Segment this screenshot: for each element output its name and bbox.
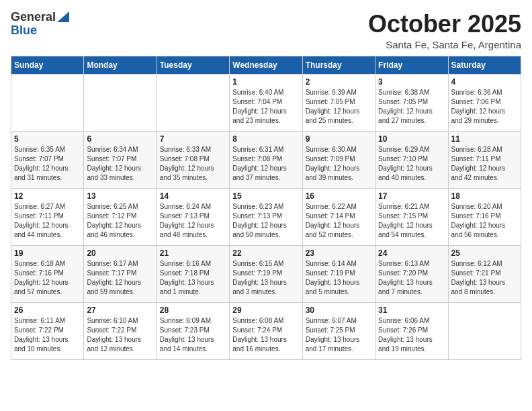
day-info: Sunrise: 6:09 AM Sunset: 7:23 PM Dayligh… (160, 316, 226, 354)
day-number: 9 (306, 134, 372, 144)
day-number: 17 (378, 191, 445, 201)
calendar-cell: 2Sunrise: 6:39 AM Sunset: 7:05 PM Daylig… (302, 74, 375, 131)
calendar-cell: 13Sunrise: 6:25 AM Sunset: 7:12 PM Dayli… (84, 188, 157, 245)
day-info: Sunrise: 6:24 AM Sunset: 7:13 PM Dayligh… (160, 202, 226, 240)
day-number: 10 (378, 134, 445, 144)
day-info: Sunrise: 6:07 AM Sunset: 7:25 PM Dayligh… (306, 316, 372, 354)
calendar-cell: 4Sunrise: 6:36 AM Sunset: 7:06 PM Daylig… (448, 74, 521, 131)
day-number: 13 (87, 191, 153, 201)
day-number: 25 (451, 248, 518, 258)
day-info: Sunrise: 6:13 AM Sunset: 7:20 PM Dayligh… (378, 259, 445, 297)
logo-blue-text: Blue (11, 24, 37, 38)
day-info: Sunrise: 6:31 AM Sunset: 7:08 PM Dayligh… (232, 145, 299, 183)
day-info: Sunrise: 6:14 AM Sunset: 7:19 PM Dayligh… (306, 259, 372, 297)
day-number: 14 (160, 191, 226, 201)
day-info: Sunrise: 6:08 AM Sunset: 7:24 PM Dayligh… (232, 316, 299, 354)
day-number: 30 (306, 306, 372, 315)
day-number: 12 (14, 191, 81, 201)
day-info: Sunrise: 6:21 AM Sunset: 7:15 PM Dayligh… (378, 202, 445, 240)
calendar-cell: 5Sunrise: 6:35 AM Sunset: 7:07 PM Daylig… (11, 131, 84, 188)
calendar-cell: 9Sunrise: 6:30 AM Sunset: 7:09 PM Daylig… (302, 131, 375, 188)
day-number: 19 (14, 248, 81, 258)
day-number: 29 (232, 306, 299, 315)
calendar-week-row: 26Sunrise: 6:11 AM Sunset: 7:22 PM Dayli… (11, 302, 521, 359)
day-info: Sunrise: 6:25 AM Sunset: 7:12 PM Dayligh… (87, 202, 153, 240)
day-of-week-header: Wednesday (230, 56, 302, 74)
calendar-cell: 10Sunrise: 6:29 AM Sunset: 7:10 PM Dayli… (375, 131, 448, 188)
day-of-week-header: Sunday (11, 56, 84, 74)
calendar-cell: 6Sunrise: 6:34 AM Sunset: 7:07 PM Daylig… (84, 131, 157, 188)
day-of-week-header: Monday (84, 56, 157, 74)
day-number: 3 (378, 77, 445, 87)
calendar-cell: 21Sunrise: 6:16 AM Sunset: 7:18 PM Dayli… (157, 245, 229, 302)
calendar-cell: 31Sunrise: 6:06 AM Sunset: 7:26 PM Dayli… (375, 302, 448, 359)
day-info: Sunrise: 6:11 AM Sunset: 7:22 PM Dayligh… (14, 316, 81, 354)
day-number: 6 (87, 134, 153, 144)
day-number: 26 (14, 306, 81, 315)
day-info: Sunrise: 6:34 AM Sunset: 7:07 PM Dayligh… (87, 145, 153, 183)
calendar-cell: 29Sunrise: 6:08 AM Sunset: 7:24 PM Dayli… (230, 302, 302, 359)
day-number: 27 (87, 306, 153, 315)
calendar-cell: 3Sunrise: 6:38 AM Sunset: 7:05 PM Daylig… (375, 74, 448, 131)
day-number: 2 (306, 77, 372, 87)
location-title: Santa Fe, Santa Fe, Argentina (368, 39, 521, 50)
day-number: 1 (232, 77, 299, 87)
header-row: SundayMondayTuesdayWednesdayThursdayFrid… (11, 56, 521, 74)
day-number: 20 (87, 248, 153, 258)
header: General Blue October 2025 Santa Fe, Sant… (11, 11, 521, 50)
day-info: Sunrise: 6:20 AM Sunset: 7:16 PM Dayligh… (451, 202, 518, 240)
day-of-week-header: Friday (375, 56, 448, 74)
title-area: October 2025 Santa Fe, Santa Fe, Argenti… (368, 11, 521, 50)
day-info: Sunrise: 6:28 AM Sunset: 7:11 PM Dayligh… (451, 145, 518, 183)
calendar-cell: 1Sunrise: 6:40 AM Sunset: 7:04 PM Daylig… (230, 74, 302, 131)
calendar-cell (11, 74, 84, 131)
calendar-cell: 16Sunrise: 6:22 AM Sunset: 7:14 PM Dayli… (302, 188, 375, 245)
day-number: 11 (451, 134, 518, 144)
calendar-cell: 19Sunrise: 6:18 AM Sunset: 7:16 PM Dayli… (11, 245, 84, 302)
day-info: Sunrise: 6:29 AM Sunset: 7:10 PM Dayligh… (378, 145, 445, 183)
day-info: Sunrise: 6:33 AM Sunset: 7:08 PM Dayligh… (160, 145, 226, 183)
calendar-week-row: 12Sunrise: 6:27 AM Sunset: 7:11 PM Dayli… (11, 188, 521, 245)
day-number: 15 (232, 191, 299, 201)
day-info: Sunrise: 6:35 AM Sunset: 7:07 PM Dayligh… (14, 145, 81, 183)
day-info: Sunrise: 6:39 AM Sunset: 7:05 PM Dayligh… (306, 88, 372, 126)
day-number: 18 (451, 191, 518, 201)
day-number: 5 (14, 134, 81, 144)
calendar-cell: 30Sunrise: 6:07 AM Sunset: 7:25 PM Dayli… (302, 302, 375, 359)
calendar-header: SundayMondayTuesdayWednesdayThursdayFrid… (11, 56, 521, 74)
day-info: Sunrise: 6:06 AM Sunset: 7:26 PM Dayligh… (378, 316, 445, 354)
month-title: October 2025 (368, 11, 521, 38)
calendar-cell (157, 74, 229, 131)
calendar-week-row: 5Sunrise: 6:35 AM Sunset: 7:07 PM Daylig… (11, 131, 521, 188)
day-of-week-header: Thursday (302, 56, 375, 74)
day-number: 7 (160, 134, 226, 144)
day-number: 24 (378, 248, 445, 258)
day-number: 31 (378, 306, 445, 315)
calendar-cell (448, 302, 521, 359)
day-info: Sunrise: 6:16 AM Sunset: 7:18 PM Dayligh… (160, 259, 226, 297)
calendar-cell: 26Sunrise: 6:11 AM Sunset: 7:22 PM Dayli… (11, 302, 84, 359)
day-info: Sunrise: 6:15 AM Sunset: 7:19 PM Dayligh… (232, 259, 299, 297)
day-info: Sunrise: 6:17 AM Sunset: 7:17 PM Dayligh… (87, 259, 153, 297)
day-info: Sunrise: 6:40 AM Sunset: 7:04 PM Dayligh… (232, 88, 299, 126)
logo-triangle-icon (57, 11, 69, 22)
calendar-cell: 20Sunrise: 6:17 AM Sunset: 7:17 PM Dayli… (84, 245, 157, 302)
logo-general-text: General (11, 11, 56, 24)
day-number: 28 (160, 306, 226, 315)
calendar-cell: 15Sunrise: 6:23 AM Sunset: 7:13 PM Dayli… (230, 188, 302, 245)
calendar-cell: 23Sunrise: 6:14 AM Sunset: 7:19 PM Dayli… (302, 245, 375, 302)
day-info: Sunrise: 6:38 AM Sunset: 7:05 PM Dayligh… (378, 88, 445, 126)
svg-marker-0 (57, 11, 69, 22)
logo: General Blue (11, 11, 69, 38)
calendar-table: SundayMondayTuesdayWednesdayThursdayFrid… (11, 56, 521, 360)
calendar-body: 1Sunrise: 6:40 AM Sunset: 7:04 PM Daylig… (11, 74, 521, 359)
day-info: Sunrise: 6:23 AM Sunset: 7:13 PM Dayligh… (232, 202, 299, 240)
day-number: 8 (232, 134, 299, 144)
day-info: Sunrise: 6:27 AM Sunset: 7:11 PM Dayligh… (14, 202, 81, 240)
calendar-cell: 24Sunrise: 6:13 AM Sunset: 7:20 PM Dayli… (375, 245, 448, 302)
calendar-cell: 8Sunrise: 6:31 AM Sunset: 7:08 PM Daylig… (230, 131, 302, 188)
calendar-cell: 22Sunrise: 6:15 AM Sunset: 7:19 PM Dayli… (230, 245, 302, 302)
calendar-cell: 14Sunrise: 6:24 AM Sunset: 7:13 PM Dayli… (157, 188, 229, 245)
day-info: Sunrise: 6:12 AM Sunset: 7:21 PM Dayligh… (451, 259, 518, 297)
day-number: 16 (306, 191, 372, 201)
